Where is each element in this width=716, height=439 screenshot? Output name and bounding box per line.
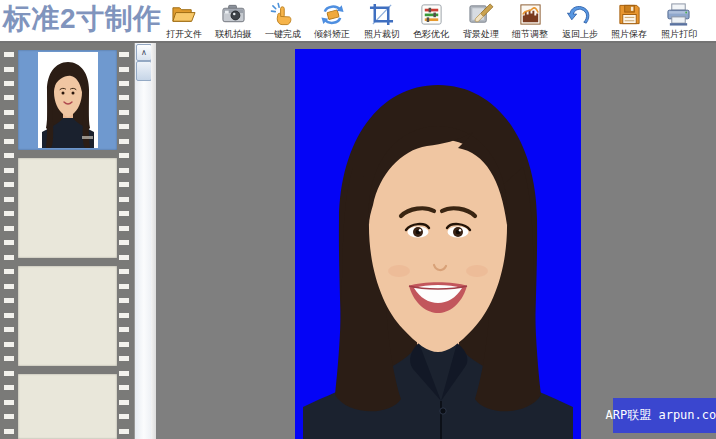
toolbar-button-background-process[interactable]: 背景处理 xyxy=(456,0,506,41)
filmstrip-frame-1[interactable] xyxy=(18,50,117,150)
toolbar-button-camera-capture[interactable]: 联机拍摄 xyxy=(209,0,259,41)
histogram-icon xyxy=(517,2,544,27)
toolbar-button-tilt-correction[interactable]: 倾斜矫正 xyxy=(308,0,358,41)
portrait-photo xyxy=(295,49,581,439)
toolbar-label: 色彩优化 xyxy=(413,28,449,40)
color-sliders-icon xyxy=(418,2,445,27)
film-sprocket-holes-right xyxy=(119,52,129,439)
filmstrip-scrollbar[interactable]: ∧ xyxy=(134,43,151,439)
toolbar-buttons: 打开文件 联机拍摄 xyxy=(159,0,704,41)
hand-click-icon xyxy=(269,2,296,27)
toolbar-button-photo-crop[interactable]: 照片裁切 xyxy=(357,0,407,41)
filmstrip-frame-4 xyxy=(18,374,117,439)
toolbar-label: 背景处理 xyxy=(463,28,499,40)
filmstrip-frame-3 xyxy=(18,266,117,366)
toolbar-button-one-click-finish[interactable]: 一键完成 xyxy=(258,0,308,41)
scroll-up-button[interactable]: ∧ xyxy=(136,44,152,61)
toolbar-button-print-photo[interactable]: 照片打印 xyxy=(654,0,704,41)
crop-icon xyxy=(368,2,395,27)
photo-canvas[interactable] xyxy=(295,49,581,439)
toolbar-label: 照片保存 xyxy=(611,28,647,40)
toolbar-label: 倾斜矫正 xyxy=(314,28,350,40)
undo-arrow-icon xyxy=(566,2,593,27)
toolbar-label: 联机拍摄 xyxy=(215,28,251,40)
watermark: ARP联盟 arpun.com xyxy=(613,398,716,433)
camera-icon xyxy=(220,2,247,27)
app-title: 标准2寸制作 xyxy=(3,0,162,38)
chevron-up-icon: ∧ xyxy=(141,48,147,57)
floppy-disk-icon xyxy=(616,2,643,27)
toolbar: 标准2寸制作 打开文件 联机拍摄 xyxy=(0,0,716,43)
filmstrip-frame-2 xyxy=(18,158,117,258)
toolbar-label: 打开文件 xyxy=(166,28,202,40)
toolbar-label: 照片裁切 xyxy=(364,28,400,40)
toolbar-label: 一键完成 xyxy=(265,28,301,40)
toolbar-button-color-optimize[interactable]: 色彩优化 xyxy=(407,0,457,41)
printer-icon xyxy=(665,2,692,27)
photo-thumbnail xyxy=(38,52,98,148)
toolbar-button-open-file[interactable]: 打开文件 xyxy=(159,0,209,41)
toolbar-button-undo-step[interactable]: 返回上步 xyxy=(555,0,605,41)
film-sprocket-holes-left xyxy=(4,52,14,439)
app-window: 标准2寸制作 打开文件 联机拍摄 xyxy=(0,0,716,439)
open-folder-icon xyxy=(170,2,197,27)
toolbar-button-detail-adjust[interactable]: 细节调整 xyxy=(506,0,556,41)
scrollbar-thumb[interactable] xyxy=(136,61,152,81)
toolbar-button-save-photo[interactable]: 照片保存 xyxy=(605,0,655,41)
toolbar-label: 细节调整 xyxy=(512,28,548,40)
rotate-arrows-icon xyxy=(319,2,346,27)
brush-icon xyxy=(467,2,494,27)
filmstrip-panel xyxy=(0,43,134,439)
toolbar-label: 照片打印 xyxy=(661,28,697,40)
toolbar-label: 返回上步 xyxy=(562,28,598,40)
